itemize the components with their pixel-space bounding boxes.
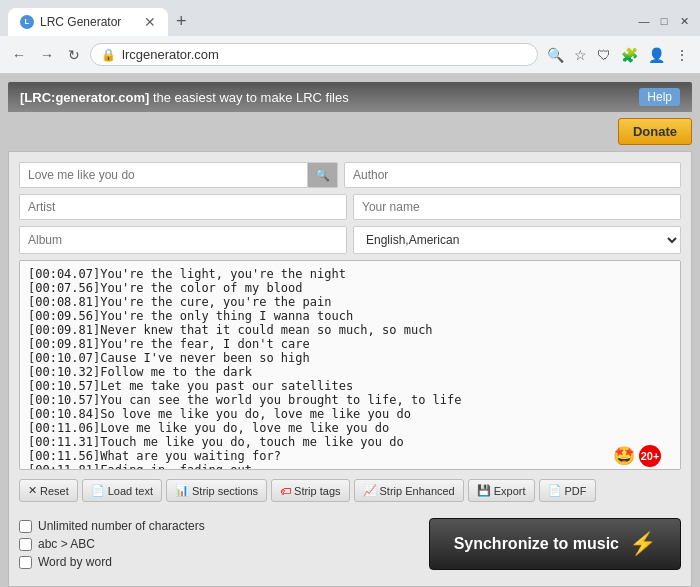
sync-label: Synchronize to music — [454, 535, 619, 553]
language-select[interactable]: English,American — [353, 226, 681, 254]
form-row-3: English,American — [19, 226, 681, 254]
word-by-word-row[interactable]: Word by word — [19, 555, 205, 569]
forward-button[interactable]: → — [36, 45, 58, 65]
unlimited-chars-checkbox[interactable] — [19, 520, 32, 533]
strip-tags-label: Strip tags — [294, 485, 340, 497]
toolbar: ✕ Reset 📄 Load text 📊 Strip sections 🏷 S… — [19, 479, 681, 502]
strip-tags-icon: 🏷 — [280, 485, 291, 497]
strip-sections-label: Strip sections — [192, 485, 258, 497]
help-button[interactable]: Help — [639, 88, 680, 106]
export-icon: 💾 — [477, 484, 491, 497]
menu-icon-button[interactable]: ⋮ — [672, 44, 692, 66]
strip-enhanced-icon: 📈 — [363, 484, 377, 497]
sync-icon: ⚡ — [629, 531, 656, 557]
album-input[interactable] — [19, 226, 347, 254]
header-title: [LRC:generator.com] the easiest way to m… — [20, 90, 349, 105]
donate-area: Donate — [8, 112, 692, 151]
lyrics-textarea[interactable] — [19, 260, 681, 470]
main-container: 🔍 English,American 🤩 20+ ✕ Reset — [8, 151, 692, 587]
synchronize-button[interactable]: Synchronize to music ⚡ — [429, 518, 681, 570]
profile-icon-button[interactable]: 👤 — [645, 44, 668, 66]
search-button[interactable]: 🔍 — [308, 162, 338, 188]
lyrics-textarea-wrap: 🤩 20+ — [19, 260, 681, 473]
pdf-button[interactable]: 📄 PDF — [539, 479, 596, 502]
unlimited-chars-label: Unlimited number of characters — [38, 519, 205, 533]
emoji-face: 🤩 — [613, 445, 635, 467]
reset-button[interactable]: ✕ Reset — [19, 479, 78, 502]
header-tagline: the easiest way to make LRC files — [149, 90, 348, 105]
pdf-icon: 📄 — [548, 484, 562, 497]
strip-enhanced-label: Strip Enhanced — [380, 485, 455, 497]
strip-sections-button[interactable]: 📊 Strip sections — [166, 479, 267, 502]
address-bar[interactable]: 🔒 lrcgenerator.com — [90, 43, 538, 66]
form-row-1: 🔍 — [19, 162, 681, 188]
export-button[interactable]: 💾 Export — [468, 479, 535, 502]
tab-close-button[interactable]: ✕ — [144, 14, 156, 30]
new-tab-button[interactable]: + — [168, 7, 195, 36]
word-by-word-checkbox[interactable] — [19, 556, 32, 569]
refresh-button[interactable]: ↻ — [64, 45, 84, 65]
unlimited-chars-row[interactable]: Unlimited number of characters — [19, 519, 205, 533]
abc-label: abc > ABC — [38, 537, 95, 551]
bottom-area: Unlimited number of characters abc > ABC… — [19, 512, 681, 576]
star-icon-button[interactable]: ☆ — [571, 44, 590, 66]
checkboxes: Unlimited number of characters abc > ABC… — [19, 519, 205, 569]
nav-icons: 🔍 ☆ 🛡 🧩 👤 ⋮ — [544, 44, 692, 66]
close-button[interactable]: ✕ — [676, 14, 692, 28]
tab-favicon: L — [20, 15, 34, 29]
emoji-overlay: 🤩 20+ — [613, 445, 661, 467]
load-text-button[interactable]: 📄 Load text — [82, 479, 162, 502]
address-text: lrcgenerator.com — [122, 47, 527, 62]
extensions-icon-button[interactable]: 🧩 — [618, 44, 641, 66]
artist-input[interactable] — [19, 194, 347, 220]
page-header: [LRC:generator.com] the easiest way to m… — [8, 82, 692, 112]
donate-button[interactable]: Donate — [618, 118, 692, 145]
load-text-label: Load text — [108, 485, 153, 497]
tab-title: LRC Generator — [40, 15, 121, 29]
strip-tags-button[interactable]: 🏷 Strip tags — [271, 479, 349, 502]
search-icon-button[interactable]: 🔍 — [544, 44, 567, 66]
reset-icon: ✕ — [28, 484, 37, 497]
strip-sections-icon: 📊 — [175, 484, 189, 497]
load-text-icon: 📄 — [91, 484, 105, 497]
author-input[interactable] — [344, 162, 681, 188]
song-input-wrap: 🔍 — [19, 162, 338, 188]
nav-bar: ← → ↻ 🔒 lrcgenerator.com 🔍 ☆ 🛡 🧩 👤 ⋮ — [0, 36, 700, 74]
export-label: Export — [494, 485, 526, 497]
ublock-icon-button[interactable]: 🛡 — [594, 44, 614, 66]
yourname-input[interactable] — [353, 194, 681, 220]
song-input[interactable] — [19, 162, 308, 188]
page-content: [LRC:generator.com] the easiest way to m… — [0, 74, 700, 587]
browser-chrome: L LRC Generator ✕ + — □ ✕ ← → ↻ 🔒 lrcgen… — [0, 0, 700, 74]
word-by-word-label: Word by word — [38, 555, 112, 569]
lock-icon: 🔒 — [101, 48, 116, 62]
reset-label: Reset — [40, 485, 69, 497]
abc-checkbox[interactable] — [19, 538, 32, 551]
strip-enhanced-button[interactable]: 📈 Strip Enhanced — [354, 479, 464, 502]
counter-badge: 20+ — [639, 445, 661, 467]
tab-bar: L LRC Generator ✕ + — [8, 7, 195, 36]
minimize-button[interactable]: — — [636, 14, 652, 28]
back-button[interactable]: ← — [8, 45, 30, 65]
pdf-label: PDF — [565, 485, 587, 497]
header-brand: [LRC:generator.com] — [20, 90, 149, 105]
abc-row[interactable]: abc > ABC — [19, 537, 205, 551]
form-row-2 — [19, 194, 681, 220]
window-controls: — □ ✕ — [636, 14, 692, 28]
active-tab[interactable]: L LRC Generator ✕ — [8, 8, 168, 36]
title-bar: L LRC Generator ✕ + — □ ✕ — [0, 0, 700, 36]
maximize-button[interactable]: □ — [656, 14, 672, 28]
